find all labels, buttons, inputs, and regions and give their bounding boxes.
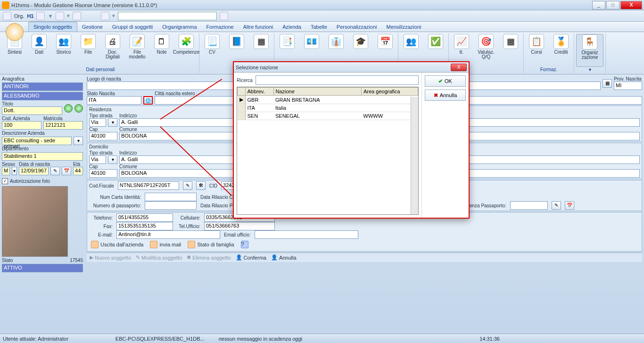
nci-field[interactable] bbox=[145, 193, 197, 201]
icon1[interactable] bbox=[36, 12, 45, 20]
help-icon[interactable]: ? bbox=[241, 241, 248, 248]
dom-tipo[interactable]: Via bbox=[89, 155, 106, 164]
tab-tabelle[interactable]: Tabelle bbox=[306, 22, 332, 32]
elimina-button[interactable]: ✖ Elimina soggetto bbox=[187, 254, 231, 261]
h1-label: H1 bbox=[27, 13, 33, 19]
ribbon-valutaz[interactable]: 🎯Valutaz. Q/Q bbox=[475, 34, 497, 72]
tel-field[interactable]: 051/4355255 bbox=[116, 213, 173, 222]
grid-row[interactable]: ITAItalia bbox=[238, 104, 418, 112]
ribbon-organizzazione[interactable]: 🪑Organiz zazione bbox=[576, 34, 603, 67]
ribbon-dati[interactable]: 👤Dati bbox=[28, 34, 50, 67]
ribbon-docdigitali[interactable]: 🖨Doc. Digitali bbox=[102, 34, 124, 67]
cognome-field[interactable]: ANTINORI bbox=[2, 82, 83, 91]
ribbon-note[interactable]: 🗒Note bbox=[151, 34, 173, 67]
org-label: Org. bbox=[14, 13, 24, 19]
nome-field[interactable]: ALESSANDRO bbox=[2, 92, 83, 100]
nazioni-grid[interactable]: Abbrev. Nazione Area geografica ▶GBRGRAN… bbox=[237, 87, 419, 215]
codazienda-field[interactable]: 100 bbox=[2, 121, 41, 130]
status-msg: nessun messaggio in scadenza oggi bbox=[219, 336, 302, 342]
statofamiglia-button[interactable]: Stato di famiglia bbox=[188, 241, 234, 248]
app-icon bbox=[2, 1, 9, 9]
globe-icon[interactable]: 🌐 bbox=[143, 96, 153, 105]
tab-personalizzazioni[interactable]: Personalizzazioni bbox=[332, 22, 382, 32]
res-tipo[interactable]: Via bbox=[89, 118, 106, 127]
ribbon-filemodello[interactable]: 📝File modello bbox=[126, 34, 148, 67]
tab-formazione[interactable]: Formazione bbox=[202, 22, 239, 32]
close-button[interactable]: X bbox=[620, 1, 642, 9]
dsp-field[interactable] bbox=[510, 201, 548, 210]
np-field[interactable] bbox=[145, 201, 197, 210]
ok-button[interactable]: ✔OK bbox=[425, 75, 466, 87]
status-bar: Utente attuale: Administrator EBC-PC\SQL… bbox=[0, 334, 644, 343]
sesso-field[interactable]: M bbox=[2, 167, 10, 175]
maximize-button[interactable]: □ bbox=[606, 1, 619, 9]
record-toolbar: ▶ Nuovo soggetto ✎ Modifica soggetto ✖ E… bbox=[87, 253, 642, 262]
codfiscale-field[interactable]: NTNLSN67P12F205T bbox=[118, 181, 179, 190]
date-clear-icon[interactable]: ✎ bbox=[50, 167, 60, 175]
inviamail-button[interactable]: invia mail bbox=[150, 241, 181, 248]
ricerca-input[interactable] bbox=[256, 75, 419, 85]
app-button[interactable] bbox=[3, 22, 26, 42]
ribbon-corsi[interactable]: 📋Corsi bbox=[526, 34, 547, 67]
icon2[interactable] bbox=[56, 12, 64, 20]
status-user: Utente attuale: Administrator bbox=[3, 336, 68, 342]
search-input[interactable] bbox=[118, 12, 217, 20]
tab-gruppi[interactable]: Gruppi di soggetti bbox=[107, 22, 157, 32]
dnascita-field[interactable]: 12/09/1967 bbox=[19, 167, 49, 175]
dialog-close-button[interactable]: X bbox=[451, 64, 467, 71]
tab-azienda[interactable]: Azienda bbox=[278, 22, 306, 32]
cf-edit-icon[interactable]: ✎ bbox=[183, 181, 192, 190]
grid-scrollbar[interactable] bbox=[411, 97, 418, 214]
search-go-icon[interactable] bbox=[220, 12, 228, 20]
minimize-button[interactable]: _ bbox=[592, 1, 605, 9]
ribbon-competenze[interactable]: 🧩Competenze bbox=[175, 34, 197, 67]
conferma-button[interactable]: 👤 Conferma bbox=[236, 254, 266, 261]
uscita-button[interactable]: Uscita dall'azienda bbox=[91, 241, 143, 248]
tab-organigramma[interactable]: Organigramma bbox=[157, 22, 201, 32]
annulla-dialog-button[interactable]: ✖Annulla bbox=[425, 90, 466, 101]
dom-cap[interactable]: 40100 bbox=[89, 169, 117, 178]
descrazienda-dd[interactable]: ▾ bbox=[74, 137, 83, 145]
status-clock: 14:31:36 bbox=[479, 336, 500, 342]
ribbon-file[interactable]: 📁File bbox=[77, 34, 99, 67]
quick-toolbar: Org. H1 ▼ ▾ ▾ bbox=[0, 10, 644, 22]
res-cap[interactable]: 40100 bbox=[89, 132, 117, 140]
next-button[interactable] bbox=[74, 104, 83, 113]
provnascita-field[interactable]: MI bbox=[614, 82, 642, 90]
selezione-nazione-dialog: Selezione nazione X Ricerca Abbrev. Nazi… bbox=[233, 61, 470, 219]
tab-mensilizzazioni[interactable]: Mensilizzazioni bbox=[381, 22, 426, 32]
emailu-field[interactable] bbox=[255, 230, 358, 239]
titlebar: H1hrms - Modulo Gestione Risorse Umane (… bbox=[0, 0, 644, 10]
cf-tool-icon[interactable]: 🛠 bbox=[196, 181, 206, 190]
fax-field[interactable]: 1513535135135 bbox=[116, 222, 173, 230]
ribbon-r11[interactable]: ▦ bbox=[500, 34, 521, 72]
grid-row[interactable]: ▶GBRGRAN BRETAGNA bbox=[238, 96, 418, 104]
grid-row[interactable]: SENSENEGALWWWW bbox=[238, 112, 418, 120]
ribbon-cv[interactable]: 📃CV bbox=[201, 34, 223, 72]
dipartimento-field[interactable]: Stabilimento 1 bbox=[2, 152, 83, 161]
ribbon-crediti[interactable]: 🏅Crediti bbox=[550, 34, 572, 67]
menu-tabs: Singolo soggetto Gestione Gruppi di sogg… bbox=[0, 22, 644, 32]
calendar-icon[interactable]: 📅 bbox=[62, 167, 71, 175]
tab-gestione[interactable]: Gestione bbox=[77, 22, 107, 32]
telu-field[interactable]: 051/53666763 bbox=[204, 222, 275, 230]
authfoto-check[interactable]: ✓ bbox=[2, 178, 8, 184]
tab-singolo[interactable]: Singolo soggetto bbox=[28, 22, 77, 32]
annulla-button[interactable]: 👤 Annulla bbox=[271, 254, 297, 261]
email-field[interactable]: Antinori@tin.it bbox=[116, 230, 220, 239]
prev-button[interactable] bbox=[64, 104, 73, 113]
eta-field: 44 bbox=[73, 167, 83, 175]
refresh-icon[interactable] bbox=[73, 12, 81, 20]
modifica-button[interactable]: ✎ Modifica soggetto bbox=[136, 254, 182, 261]
window-title: H1hrms - Modulo Gestione Risorse Umane (… bbox=[11, 2, 592, 8]
tree-icon[interactable] bbox=[3, 12, 11, 20]
lookup-luogo-icon[interactable]: ▦ bbox=[603, 79, 612, 88]
nuovo-button[interactable]: ▶ Nuovo soggetto bbox=[90, 254, 131, 261]
titolo-field[interactable]: Dott. bbox=[2, 106, 62, 115]
descrazienda-field[interactable]: EBC consulting - sede primari bbox=[2, 137, 72, 145]
user-icon[interactable] bbox=[101, 12, 109, 20]
tab-altre[interactable]: Altre funzioni bbox=[239, 22, 278, 32]
matricola-field[interactable]: 1212121 bbox=[43, 121, 83, 130]
ribbon-storico[interactable]: 👥Storico bbox=[53, 34, 74, 67]
statonascita-field[interactable]: ITA bbox=[87, 96, 141, 105]
